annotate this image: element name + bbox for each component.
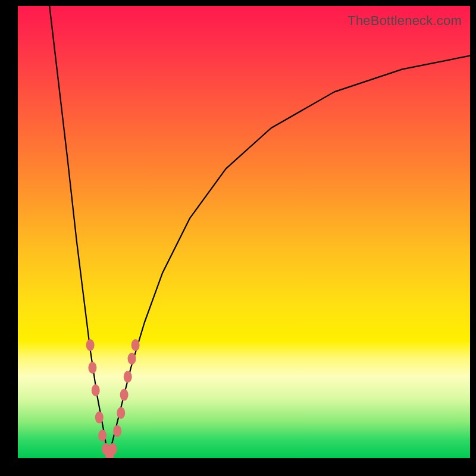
marker-point: [95, 412, 104, 424]
marker-point: [113, 425, 121, 437]
watermark-text: TheBottleneck.com: [347, 13, 462, 29]
curve-group: [49, 6, 470, 458]
marker-point: [88, 362, 96, 374]
marker-point: [131, 339, 140, 351]
curve-right-branch: [108, 56, 470, 458]
marker-point: [117, 407, 125, 419]
plot-svg: [18, 6, 470, 458]
marker-point: [120, 389, 129, 401]
marker-point: [92, 384, 100, 396]
marker-point: [124, 371, 132, 383]
marker-point: [98, 430, 107, 441]
marker-point: [109, 443, 117, 455]
chart-frame: TheBottleneck.com: [0, 0, 476, 476]
plot-area: TheBottleneck.com: [18, 6, 470, 458]
marker-point: [86, 339, 95, 351]
marker-point: [128, 353, 136, 365]
